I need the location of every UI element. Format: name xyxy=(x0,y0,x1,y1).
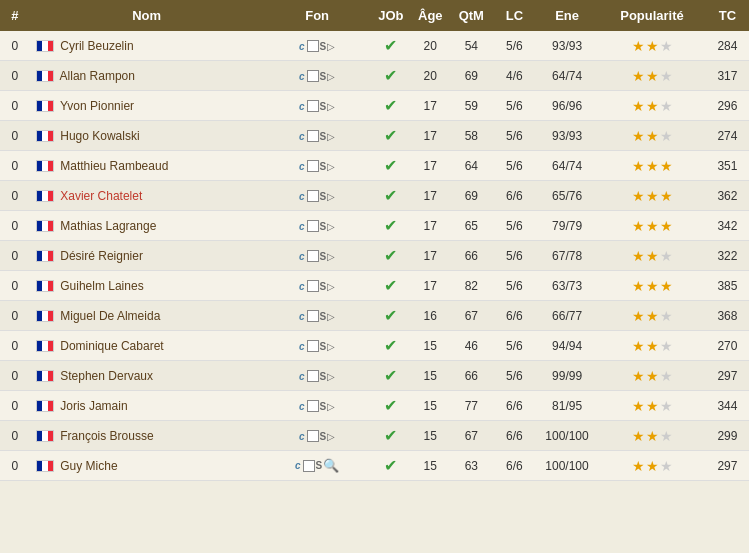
player-name-cell: Hugo Kowalski xyxy=(30,121,263,151)
player-name-link[interactable]: Yvon Pionnier xyxy=(60,99,134,113)
star-filled: ★ xyxy=(632,218,645,234)
player-name-link[interactable]: François Brousse xyxy=(60,429,153,443)
rank-cell: 0 xyxy=(0,451,30,481)
fon-checkbox[interactable] xyxy=(307,220,319,232)
fon-cell: c S ▷ xyxy=(263,331,371,361)
qtm-cell: 65 xyxy=(450,211,493,241)
star-empty: ★ xyxy=(660,38,673,54)
job-check-icon: ✔ xyxy=(384,97,397,114)
job-cell: ✔ xyxy=(371,271,411,301)
player-name-link[interactable]: Allan Rampon xyxy=(60,69,135,83)
job-cell: ✔ xyxy=(371,181,411,211)
age-cell: 15 xyxy=(411,421,450,451)
ene-cell: 94/94 xyxy=(536,331,598,361)
rank-cell: 0 xyxy=(0,271,30,301)
age-cell: 16 xyxy=(411,301,450,331)
fon-checkbox[interactable] xyxy=(307,160,319,172)
job-cell: ✔ xyxy=(371,211,411,241)
player-name-cell: Guy Miche xyxy=(30,451,263,481)
player-name-link[interactable]: Miguel De Almeida xyxy=(60,309,160,323)
player-name-link[interactable]: Dominique Cabaret xyxy=(60,339,163,353)
player-name-link[interactable]: Joris Jamain xyxy=(60,399,127,413)
qtm-cell: 59 xyxy=(450,91,493,121)
lc-cell: 6/6 xyxy=(493,301,536,331)
job-check-icon: ✔ xyxy=(384,157,397,174)
fon-cell: c S ▷ xyxy=(263,391,371,421)
star-filled: ★ xyxy=(660,278,673,294)
player-name-link[interactable]: Guy Miche xyxy=(60,459,117,473)
table-row: 0 François Brousse c S ▷ ✔ 15 67 6/6 100… xyxy=(0,421,749,451)
player-name-link[interactable]: Cyril Beuzelin xyxy=(60,39,133,53)
fon-checkbox[interactable] xyxy=(307,40,319,52)
job-check-icon: ✔ xyxy=(384,367,397,384)
player-name-link[interactable]: Matthieu Rambeaud xyxy=(60,159,168,173)
fon-cell: c S ▷ xyxy=(263,301,371,331)
fon-c-label: c xyxy=(299,431,305,442)
fon-s-label: S xyxy=(320,221,327,232)
fon-checkbox[interactable] xyxy=(307,400,319,412)
fon-checkbox[interactable] xyxy=(307,70,319,82)
fon-s-label: S xyxy=(316,460,323,471)
fon-checkbox[interactable] xyxy=(307,430,319,442)
fon-s-label: S xyxy=(320,191,327,202)
fon-c-label: c xyxy=(295,460,301,471)
star-filled: ★ xyxy=(646,188,659,204)
player-name-cell: Cyril Beuzelin xyxy=(30,31,263,61)
table-row: 0 Allan Rampon c S ▷ ✔ 20 69 4/6 64/74 ★… xyxy=(0,61,749,91)
player-name-link[interactable]: Mathias Lagrange xyxy=(60,219,156,233)
fon-checkbox[interactable] xyxy=(307,280,319,292)
table-row: 0 Miguel De Almeida c S ▷ ✔ 16 67 6/6 66… xyxy=(0,301,749,331)
fon-c-label: c xyxy=(299,131,305,142)
star-empty: ★ xyxy=(660,308,673,324)
fon-checkbox[interactable] xyxy=(307,310,319,322)
fon-checkbox[interactable] xyxy=(307,340,319,352)
star-filled: ★ xyxy=(632,398,645,414)
star-filled: ★ xyxy=(632,368,645,384)
tc-cell: 297 xyxy=(706,361,749,391)
fon-checkbox[interactable] xyxy=(307,190,319,202)
player-name-link[interactable]: Guihelm Laines xyxy=(60,279,143,293)
job-check-icon: ✔ xyxy=(384,397,397,414)
star-filled: ★ xyxy=(646,68,659,84)
player-name-link[interactable]: Hugo Kowalski xyxy=(60,129,139,143)
fon-d-label: ▷ xyxy=(327,431,335,442)
player-name-link[interactable]: Désiré Reignier xyxy=(60,249,143,263)
star-filled: ★ xyxy=(632,188,645,204)
fon-search-icon: 🔍 xyxy=(323,458,339,473)
age-cell: 15 xyxy=(411,361,450,391)
fon-checkbox[interactable] xyxy=(303,460,315,472)
age-cell: 17 xyxy=(411,241,450,271)
fon-checkbox[interactable] xyxy=(307,130,319,142)
job-cell: ✔ xyxy=(371,361,411,391)
star-filled: ★ xyxy=(646,158,659,174)
job-cell: ✔ xyxy=(371,331,411,361)
stars: ★★★ xyxy=(632,248,673,264)
fon-checkbox[interactable] xyxy=(307,100,319,112)
qtm-cell: 58 xyxy=(450,121,493,151)
pop-cell: ★★★ xyxy=(598,331,706,361)
fon-checkbox[interactable] xyxy=(307,370,319,382)
player-name-link[interactable]: Xavier Chatelet xyxy=(60,189,142,203)
col-age: Âge xyxy=(411,0,450,31)
stars: ★★★ xyxy=(632,398,673,414)
star-filled: ★ xyxy=(632,308,645,324)
fon-c-label: c xyxy=(299,101,305,112)
fon-d-label: ▷ xyxy=(327,191,335,202)
fon-c-label: c xyxy=(299,371,305,382)
star-filled: ★ xyxy=(632,248,645,264)
fon-controls: c S ▷ xyxy=(299,220,335,232)
rank-cell: 0 xyxy=(0,121,30,151)
fon-cell: c S 🔍 xyxy=(263,451,371,481)
stars: ★★★ xyxy=(632,98,673,114)
star-filled: ★ xyxy=(632,338,645,354)
star-filled: ★ xyxy=(646,98,659,114)
pop-cell: ★★★ xyxy=(598,211,706,241)
flag-icon xyxy=(36,190,54,202)
ene-cell: 100/100 xyxy=(536,421,598,451)
player-name-link[interactable]: Stephen Dervaux xyxy=(60,369,153,383)
tc-cell: 342 xyxy=(706,211,749,241)
fon-checkbox[interactable] xyxy=(307,250,319,262)
flag-icon xyxy=(36,310,54,322)
fon-controls: c S ▷ xyxy=(299,430,335,442)
fon-c-label: c xyxy=(299,191,305,202)
